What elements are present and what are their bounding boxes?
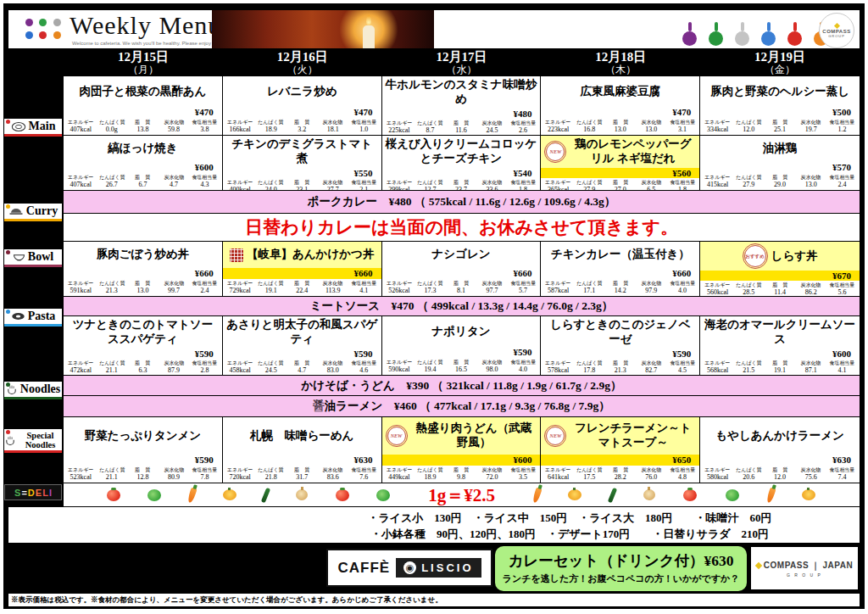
- nutrition-value: 13.0: [605, 126, 637, 133]
- nutrition-label: 脂 質: [607, 179, 633, 187]
- menu-item-name: 熱盛り肉うどん（武蔵野風）: [411, 421, 537, 450]
- nutrition-value: 14.2: [605, 287, 637, 294]
- sidebar-item-noodles: Noodles: [4, 382, 62, 399]
- nutrition-label: 炭水化物: [320, 360, 346, 367]
- shoyu-ramen-band: 醤油ラーメン ¥460 （ 477kcal / 17.1g / 9.3g / 7…: [64, 396, 860, 417]
- nutrition-label: 炭水化物: [479, 280, 505, 287]
- nutrition-col: たんぱく質27.9: [574, 178, 605, 190]
- menu-item-title-wrap: NEWフレンチラーメン～トマトスープ～: [541, 417, 699, 455]
- menu-item-name: 油淋鶏: [763, 142, 798, 156]
- nutrition-label: たんぱく質: [98, 466, 125, 474]
- compass-japan-logo: COMPASS ｜ JAPAN G R O U P: [751, 547, 858, 589]
- nutrition-col: エネルギー578kcal: [542, 359, 574, 374]
- side-menu-prices: ・ライス小 130円 ・ライス中 150円 ・ライス大 180円 ・味噌汁 60…: [8, 507, 860, 543]
- nutrition-value: 590kcal: [384, 366, 415, 373]
- nutrition-value: 526kcal: [384, 287, 415, 294]
- nutrition-col: エネルギー223kcal: [542, 118, 574, 133]
- nutrition-label: たんぱく質: [417, 466, 443, 474]
- nutrition-col: 炭水化物27.7: [317, 178, 348, 190]
- nutrition-label: エネルギー: [704, 466, 731, 474]
- nutrition-label: エネルギー: [386, 359, 412, 366]
- nutrition-col: 脂 質9.8: [446, 466, 477, 481]
- nutrition-col: 炭水化物59.8: [159, 118, 190, 133]
- price-row: ¥590: [64, 455, 222, 466]
- nutrition-label: 炭水化物: [320, 466, 346, 474]
- menu-cell: 桜えび入りクリームコロッケとチーズチキン¥540エネルギー299kcalたんぱく…: [382, 136, 542, 190]
- dot-icon: [39, 19, 47, 26]
- nutrition-label: 脂 質: [607, 466, 633, 474]
- nutrition-col: 食塩相当量1.8: [667, 178, 698, 190]
- menu-item-name: 桜えび入りクリームコロッケとチーズチキン: [386, 137, 537, 166]
- nutrition-table: エネルギー400kcalたんぱく質24.0脂 質23.1炭水化物27.7食塩相当…: [223, 178, 381, 190]
- pasta-fixed-band: ミートソース ¥470 （ 499kcal / 13.3g / 14.4g / …: [64, 297, 860, 316]
- dot-icon: [39, 31, 47, 39]
- nutrition-label: たんぱく質: [98, 174, 125, 181]
- nutrition-col: エネルギー560kcal: [702, 281, 733, 296]
- nutrition-value: 18.1: [317, 126, 348, 133]
- price-row: ¥570: [700, 162, 860, 173]
- nutrition-label: 食塩相当量: [510, 280, 537, 287]
- nutrition-col: 食塩相当量1.8: [508, 178, 539, 190]
- nutrition-col: 脂 質11.6: [446, 119, 477, 134]
- nutrition-value: 27.0: [605, 187, 637, 190]
- price-row: ¥590: [541, 349, 699, 359]
- nutrition-value: 4.1: [826, 367, 858, 374]
- menu-item-name: 牛ホルモンのスタミナ味噌炒め: [386, 78, 537, 107]
- menu-item-name: もやしあんかけラーメン: [715, 429, 844, 444]
- menu-item-title-wrap: ナポリタン: [382, 316, 541, 347]
- nutrition-label: 食塩相当量: [829, 466, 855, 474]
- menu-cell: 札幌 味噌らーめん¥630エネルギー720kcalたんぱく質21.8脂 質31.…: [223, 417, 382, 483]
- nutrition-col: 食塩相当量2.6: [508, 119, 539, 134]
- nutrition-label: エネルギー: [68, 119, 94, 126]
- menu-item-name: 豚肉ごぼう炒め丼: [97, 248, 189, 262]
- pan-icon: [761, 31, 776, 46]
- noodles-dot-icon: [6, 382, 10, 387]
- menu-cell: あさりと明太子の和風スパゲティ¥590エネルギー458kcalたんぱく質24.5…: [223, 316, 382, 375]
- menu-item-name: 広東風麻婆豆腐: [581, 85, 661, 99]
- nutrition-value: 641kcal: [542, 474, 574, 481]
- menu-item-name: しらす丼: [771, 249, 818, 264]
- cucumber-icon: [261, 487, 270, 503]
- nutrition-col: 脂 質28.2: [605, 466, 637, 481]
- nutrition-col: 炭水化物13.0: [636, 118, 667, 133]
- nutrition-value: 6.7: [127, 181, 159, 188]
- nutrition-label: エネルギー: [704, 282, 731, 289]
- weekly-menu-poster: { "header": { "title": "Weekly Menu", "s…: [0, 0, 868, 614]
- nutrition-label: 脂 質: [766, 466, 793, 474]
- menu-item-price: ¥660: [672, 268, 691, 278]
- nutrition-label: 食塩相当量: [669, 179, 695, 187]
- nutrition-col: 脂 質29.0: [765, 173, 796, 188]
- nutrition-value: 4.3: [189, 181, 220, 188]
- nutrition-label: 食塩相当量: [192, 360, 218, 367]
- nutrition-label: 脂 質: [130, 360, 156, 367]
- day-text: （木）: [541, 64, 700, 75]
- nutrition-value: 568kcal: [702, 367, 733, 374]
- nutrition-value: 28.5: [733, 289, 765, 296]
- nutrition-value: 13.0: [127, 287, 159, 294]
- sdeli-letter: E: [36, 488, 42, 498]
- nutrition-label: 脂 質: [607, 119, 633, 126]
- sidebar-item-label: Bowl: [28, 251, 53, 264]
- nutrition-label: たんぱく質: [417, 120, 443, 127]
- menu-item-name: フレンチラーメン～トマトスープ～: [570, 421, 696, 450]
- nutrition-col: 脂 質23.1: [287, 178, 318, 190]
- nutrition-col: 脂 質16.5: [446, 358, 477, 373]
- menu-item-price: ¥570: [832, 162, 851, 172]
- nutrition-value: 720kcal: [225, 474, 256, 481]
- cucumber-icon: [608, 487, 617, 503]
- nutrition-value: 1.2: [826, 126, 858, 133]
- menu-item-title-wrap: NEW鶏のレモンペッパーグリル ネギ塩だれ: [541, 136, 699, 168]
- nutrition-col: 食塩相当量1.2: [826, 118, 858, 133]
- nutrition-label: 脂 質: [448, 120, 474, 127]
- tomato-icon: [107, 489, 120, 501]
- nutrition-col: たんぱく質21.1: [97, 466, 128, 481]
- nutrition-label: 脂 質: [130, 466, 156, 474]
- price-row: ¥600: [700, 349, 860, 359]
- pasta-icon: [11, 311, 25, 321]
- dot-icon: [25, 19, 33, 26]
- curry-fixed-band: ポークカレー ¥480 （ 575kcal / 11.6g / 12.6g / …: [64, 191, 860, 214]
- nutrition-value: 1.0: [348, 126, 380, 133]
- nutrition-value: 22.4: [287, 287, 318, 294]
- curry-dish-icon: [8, 206, 24, 216]
- menu-cell: 【岐阜】あんかけかつ丼¥660エネルギー729kcalたんぱく質19.1脂 質2…: [223, 242, 382, 296]
